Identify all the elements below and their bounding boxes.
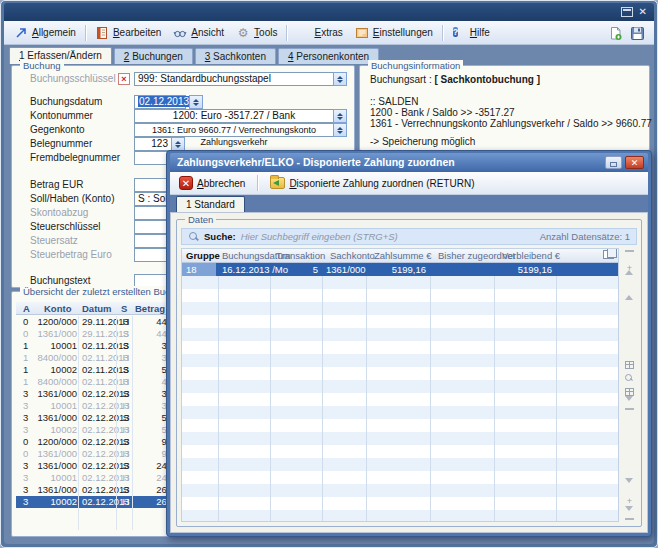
- uebersicht-row[interactable]: 01200/00002.12.2013S94: [16, 436, 173, 448]
- cell: S: [120, 328, 132, 340]
- uebersicht-row[interactable]: 31000102.12.2013H249: [16, 472, 173, 484]
- range-select-icon[interactable]: [625, 401, 634, 410]
- col-a[interactable]: A: [23, 303, 30, 314]
- uebersicht-row[interactable]: 31000102.12.2013H39: [16, 400, 173, 412]
- main-titlebar[interactable]: 6 /Standardbuchungsstapel Zeitraum: 01.2…: [4, 3, 654, 21]
- zahlung-zuordnen-button[interactable]: Disponierte Zahlung zuordnen (RETURN): [266, 175, 478, 191]
- chevron-updown-icon[interactable]: [333, 109, 347, 123]
- cell: S: [120, 364, 132, 376]
- zoom-row-icon[interactable]: [625, 374, 634, 383]
- cell: 1361/000: [27, 412, 77, 424]
- menu-hilfe[interactable]: ? Hilfe: [446, 24, 496, 42]
- uebersicht-row[interactable]: 31361/00002.12.2013S249: [16, 460, 173, 472]
- uebersicht-row[interactable]: 31000202.12.2013H269: [16, 496, 173, 508]
- clear-icon[interactable]: ×: [118, 73, 130, 85]
- uebersicht-row[interactable]: 31361/00002.12.2013S54: [16, 412, 173, 424]
- glasses-icon: [173, 26, 187, 40]
- uebersicht-row[interactable]: 11000202.11.2013S54: [16, 364, 173, 376]
- grid-view-icon[interactable]: [625, 361, 634, 369]
- search-bar[interactable]: Suche: Hier Suchbegriff eingeben (STRG+S…: [181, 228, 637, 245]
- col-datum[interactable]: Datum: [82, 303, 112, 314]
- folder-assign-icon: [270, 177, 285, 189]
- jump-first-icon[interactable]: [625, 250, 634, 259]
- restore-icon[interactable]: [605, 156, 622, 169]
- column-divider: [430, 263, 431, 521]
- uebersicht-row[interactable]: 18400/00002.11.2013H45: [16, 376, 173, 388]
- column-chooser-icon[interactable]: [603, 250, 614, 259]
- step-up-icon[interactable]: [625, 278, 634, 287]
- cell: 18: [182, 263, 216, 276]
- menu-tools[interactable]: ⚙ Tools: [230, 24, 283, 42]
- close-icon[interactable]: ✕: [625, 156, 644, 169]
- menu-extras[interactable]: Extras: [290, 24, 348, 42]
- belegnummer-input[interactable]: 123: [134, 137, 172, 151]
- column-divider: [366, 263, 367, 521]
- cell: 5199,16: [370, 263, 426, 276]
- uebersicht-row[interactable]: 01200/00029.11.2013H446: [16, 316, 173, 328]
- dialog-tab-standard[interactable]: 1 Standard: [176, 196, 245, 212]
- menu-ansicht[interactable]: Ansicht: [167, 24, 230, 42]
- col-gruppe[interactable]: Gruppe: [186, 250, 220, 261]
- chevron-updown-icon[interactable]: [333, 72, 347, 86]
- col-transaktion[interactable]: Transaktion: [276, 250, 325, 261]
- column-divider: [270, 263, 271, 521]
- help-icon: ?: [452, 26, 466, 40]
- uebersicht-row[interactable]: 01361/00002.12.2013H94: [16, 448, 173, 460]
- menu-separator: [85, 25, 86, 41]
- cell: 1361/000: [27, 328, 77, 340]
- cell: 1361/000: [326, 263, 362, 276]
- abbrechen-button[interactable]: ✕ Abbrechen: [175, 174, 249, 192]
- spinner-icon[interactable]: [189, 95, 203, 109]
- cell: 10001: [27, 340, 77, 352]
- cell: H: [120, 352, 132, 364]
- menu-einstellungen[interactable]: Einstellungen: [349, 24, 439, 42]
- step-down-icon[interactable]: [625, 483, 634, 492]
- col-konto[interactable]: Konto: [44, 303, 71, 314]
- close-icon[interactable]: ✕: [639, 6, 647, 18]
- chevron-updown-icon[interactable]: [333, 123, 347, 137]
- menu-allgemein[interactable]: Allgemein: [8, 24, 82, 42]
- cell: H: [120, 316, 132, 328]
- tab-buchungen[interactable]: 2 Buchungen: [114, 48, 193, 64]
- uebersicht-row[interactable]: 31361/00002.12.2013S269: [16, 484, 173, 496]
- uebersicht-row[interactable]: 11000102.11.2013S39: [16, 340, 173, 352]
- dialog-body: 1 Standard Daten Suche: Hier Suchbegriff…: [170, 195, 648, 533]
- column-divider: [494, 263, 495, 521]
- cell: 1200/000: [27, 316, 77, 328]
- notebook-icon: [95, 26, 109, 40]
- col-verbleibend[interactable]: Verbleibend €: [502, 250, 560, 261]
- col-zahlsumme[interactable]: Zahlsumme €: [374, 250, 432, 261]
- col-s[interactable]: S: [121, 303, 127, 314]
- soll-haben-label: Soll/Haben (Konto): [30, 193, 115, 204]
- maximize-icon[interactable]: [621, 7, 633, 17]
- cancel-x-icon: ✕: [179, 176, 193, 190]
- cell: 8400/000: [27, 352, 77, 364]
- block-select-icon[interactable]: [625, 388, 634, 396]
- uebersicht-row[interactable]: 18400/00002.11.2013H33: [16, 352, 173, 364]
- uebersicht-table-body: 01200/00029.11.2013H44601361/00029.11.20…: [16, 316, 173, 530]
- cell: S: [120, 340, 132, 352]
- new-document-icon[interactable]: [608, 26, 622, 40]
- dialog-titlebar[interactable]: Zahlungsverkehr/ELKO - Disponierte Zahlu…: [170, 153, 648, 172]
- zahlung-row[interactable]: 1816.12.2013 /Mo51361/0005199,165199,16: [182, 263, 618, 276]
- spinner-icon[interactable]: [171, 137, 185, 151]
- save-icon[interactable]: [630, 26, 644, 40]
- buchungsschluessel-select[interactable]: 999: Standardbuchungsstapel: [134, 72, 334, 86]
- kontonummer-select[interactable]: 1200: Euro -3517.27 / Bank: [134, 109, 334, 123]
- uebersicht-row[interactable]: 01361/00029.11.2013S446: [16, 328, 173, 340]
- tab-personenkonten[interactable]: 4 Personenkonten: [278, 48, 379, 64]
- buchungsdatum-input[interactable]: 02.12.2013: [134, 95, 186, 109]
- dialog-toolbar: ✕ Abbrechen Disponierte Zahlung zuordnen…: [170, 172, 648, 195]
- col-sachkonto[interactable]: Sachkonto: [330, 250, 375, 261]
- tab-sachkonten[interactable]: 3 Sachkonten: [195, 48, 276, 64]
- gegenkonto-select[interactable]: 1361: Euro 9660.77 / Verrechnungskonto Z…: [134, 123, 334, 137]
- record-count: Anzahl Datensätze: 1: [540, 231, 630, 242]
- belegnummer-label: Belegnummer: [30, 138, 92, 149]
- steuerbetrag-euro-label: Steuerbetrag Euro: [30, 249, 112, 260]
- uebersicht-row[interactable]: 31361/00002.12.2013S39: [16, 388, 173, 400]
- buchungsinformation-legend: Buchungsinformation: [368, 60, 463, 71]
- buchungsinformation-panel: Buchungsinformation Buchungsart : [ Sach…: [359, 65, 650, 151]
- uebersicht-row[interactable]: 31000202.12.2013H54: [16, 424, 173, 436]
- menu-bearbeiten[interactable]: Bearbeiten: [89, 24, 167, 42]
- jump-last-icon[interactable]: [625, 511, 634, 520]
